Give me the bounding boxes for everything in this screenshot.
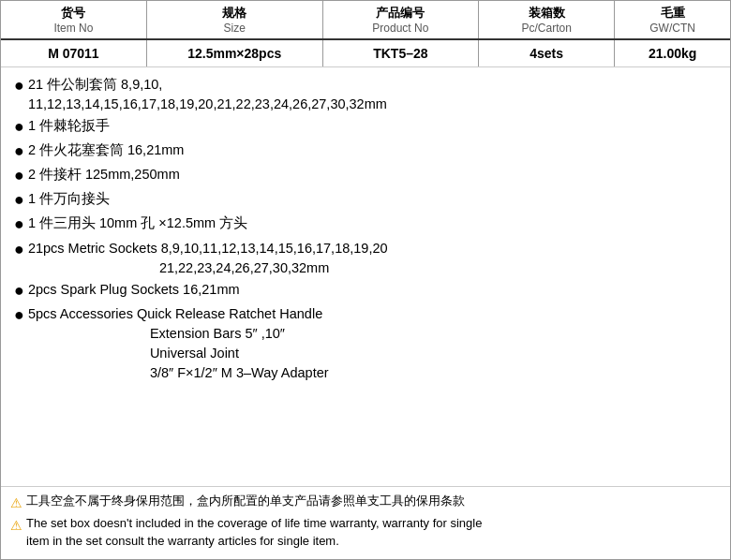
bullet-dot-5: ●	[14, 187, 24, 212]
bullet-text-5: 1 件万向接头	[28, 189, 717, 209]
col-item-no-zh: 货号	[61, 5, 85, 22]
cell-item-no: M 07011	[1, 40, 147, 66]
warning-text-en: The set box doesn't included in the cove…	[26, 515, 482, 551]
warning-en-line1: The set box doesn't included in the cove…	[26, 515, 482, 533]
col-product-en: Product No	[372, 22, 428, 35]
col-item-no-en: Item No	[53, 22, 93, 35]
bullet-dot-1: ●	[14, 73, 24, 97]
col-product-no: 产品编号 Product No	[323, 1, 479, 38]
warning-icon-zh: ⚠	[10, 494, 22, 512]
col-carton-en: Pc/Carton	[521, 22, 571, 35]
content-area: ● 21 件公制套筒 8,9,10,11,12,13,14,15,16,17,1…	[1, 67, 730, 486]
cell-carton: 4sets	[479, 40, 615, 66]
bullet-dot-8: ●	[14, 278, 24, 302]
bullet-dot-4: ●	[14, 163, 24, 187]
col-size-en: Size	[224, 22, 246, 35]
bullet-text-3: 2 件火花塞套筒 16,21mm	[28, 140, 717, 160]
bullet-2: ● 1 件棘轮扳手	[14, 116, 717, 139]
warning-icon-en: ⚠	[10, 516, 22, 535]
col-size: 规格 Size	[147, 1, 323, 38]
bullet-text-9: 5pcs Accessories Quick Release Ratchet H…	[28, 304, 717, 383]
bullet-dot-2: ●	[14, 114, 24, 139]
bullet-8: ● 2pcs Spark Plug Sockets 16,21mm	[14, 280, 717, 302]
bullet-text-7: 21pcs Metric Sockets 8,9,10,11,12,13,14,…	[28, 239, 717, 278]
bullet-7: ● 21pcs Metric Sockets 8,9,10,11,12,13,1…	[14, 239, 717, 278]
col-carton-zh: 装箱数	[529, 5, 565, 22]
bullet-5: ● 1 件万向接头	[14, 189, 717, 212]
col-gw-en: GW/CTN	[649, 22, 695, 35]
col-gw: 毛重 GW/CTN	[615, 1, 730, 38]
col-size-zh: 规格	[222, 5, 246, 22]
col-gw-zh: 毛重	[661, 5, 685, 22]
warning-section: ⚠ 工具空盒不属于终身保用范围，盒内所配置的单支产品请参照单支工具的保用条款 ⚠…	[1, 486, 730, 559]
bullet-4: ● 2 件接杆 125mm,250mm	[14, 165, 717, 187]
bullet-dot-9: ●	[14, 302, 24, 327]
cell-product-no: TKT5–28	[323, 40, 479, 66]
bullet-9: ● 5pcs Accessories Quick Release Ratchet…	[14, 304, 717, 383]
bullet-text-4: 2 件接杆 125mm,250mm	[28, 165, 717, 184]
header-table: 货号 Item No 规格 Size 产品编号 Product No 装箱数 P…	[1, 1, 730, 40]
warning-text-zh: 工具空盒不属于终身保用范围，盒内所配置的单支产品请参照单支工具的保用条款	[26, 493, 465, 510]
col-carton: 装箱数 Pc/Carton	[479, 1, 615, 38]
bullet-3: ● 2 件火花塞套筒 16,21mm	[14, 140, 717, 163]
data-row: M 07011 12.5mm×28pcs TKT5–28 4sets 21.00…	[1, 40, 730, 67]
col-product-zh: 产品编号	[376, 5, 425, 22]
bullet-6: ● 1 件三用头 10mm 孔 ×12.5mm 方头	[14, 214, 717, 236]
cell-gw: 21.00kg	[615, 40, 730, 66]
bullet-text-6: 1 件三用头 10mm 孔 ×12.5mm 方头	[28, 214, 717, 233]
main-container: 货号 Item No 规格 Size 产品编号 Product No 装箱数 P…	[0, 0, 731, 560]
warning-line-zh: ⚠ 工具空盒不属于终身保用范围，盒内所配置的单支产品请参照单支工具的保用条款	[10, 493, 721, 512]
bullet-text-1: 21 件公制套筒 8,9,10,11,12,13,14,15,16,17,18,…	[28, 75, 717, 114]
warning-en-line2: item in the set consult the warranty art…	[26, 533, 482, 551]
bullet-text-2: 1 件棘轮扳手	[28, 116, 717, 136]
warning-line-en: ⚠ The set box doesn't included in the co…	[10, 515, 721, 551]
col-item-no: 货号 Item No	[1, 1, 147, 38]
bullet-dot-7: ●	[14, 237, 24, 261]
cell-size: 12.5mm×28pcs	[147, 40, 323, 66]
bullet-1: ● 21 件公制套筒 8,9,10,11,12,13,14,15,16,17,1…	[14, 75, 717, 114]
bullet-text-8: 2pcs Spark Plug Sockets 16,21mm	[28, 280, 717, 300]
bullet-dot-6: ●	[14, 212, 24, 236]
bullet-dot-3: ●	[14, 139, 24, 163]
